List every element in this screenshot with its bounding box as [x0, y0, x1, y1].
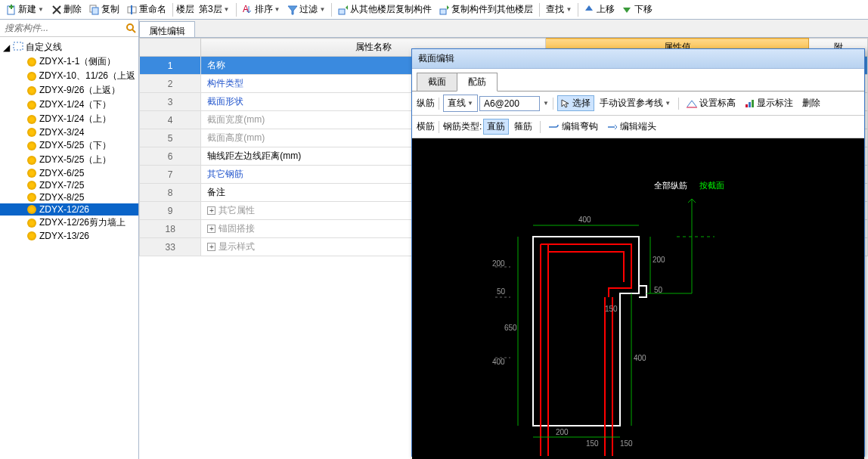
- row-number: 33: [140, 238, 201, 256]
- find-label: 查找: [546, 3, 564, 16]
- floor-label: 楼层: [176, 3, 194, 16]
- dim-200b: 200: [556, 428, 569, 436]
- tree-item-label: ZDYX-1/24（下）: [39, 98, 111, 111]
- floor-value: 第3层: [199, 3, 222, 16]
- expand-icon[interactable]: +: [207, 225, 215, 233]
- svg-rect-6: [92, 8, 98, 14]
- all-zongji-label: 全部纵筋: [654, 180, 687, 191]
- gear-icon: [27, 72, 36, 81]
- hook-icon: [548, 123, 559, 132]
- line-type-selector[interactable]: 直线 ▼: [443, 95, 478, 112]
- dialog-tabs: 截面 配筋: [412, 69, 864, 91]
- svg-rect-8: [131, 5, 132, 14]
- tree-item[interactable]: ZDYX-10、11/26（上返: [0, 69, 138, 83]
- rebar-spec-input[interactable]: A6@200: [479, 96, 540, 111]
- svg-rect-11: [440, 9, 446, 14]
- tree-item[interactable]: ZDYX-5/25（上）: [0, 153, 138, 167]
- tree-item[interactable]: ZDYX-3/24: [0, 126, 138, 138]
- svg-rect-14: [14, 42, 23, 50]
- select-button[interactable]: 选择: [557, 95, 594, 111]
- gear-icon: [27, 156, 36, 165]
- property-edit-tab[interactable]: 属性编辑: [139, 21, 195, 37]
- filter-label: 过滤: [299, 3, 318, 16]
- svg-rect-17: [749, 102, 751, 107]
- copy-to-button[interactable]: 复制构件到其他楼层: [436, 2, 536, 17]
- stirrup-button[interactable]: 箍筋: [510, 119, 536, 135]
- rename-button[interactable]: 重命名: [124, 2, 169, 17]
- copy-from-button[interactable]: 从其他楼层复制构件: [335, 2, 435, 17]
- tree-item[interactable]: ZDYX-13/26: [0, 230, 138, 242]
- rename-label: 重命名: [139, 3, 166, 16]
- cursor-icon: [561, 99, 570, 108]
- row-number: 3: [140, 93, 201, 111]
- tab-rebar[interactable]: 配筋: [457, 73, 498, 91]
- search-icon[interactable]: [123, 20, 138, 36]
- move-down-button[interactable]: 下移: [619, 2, 656, 17]
- gear-icon: [27, 193, 36, 202]
- expand-icon[interactable]: +: [207, 243, 215, 251]
- move-up-button[interactable]: 上移: [581, 2, 618, 17]
- by-section-label: 按截面: [699, 180, 724, 191]
- sort-icon: A: [243, 5, 253, 15]
- expand-icon[interactable]: +: [207, 206, 215, 215]
- tree-item[interactable]: ZDYX-12/26剪力墙上: [0, 216, 138, 230]
- delete-rebar-button[interactable]: 删除: [798, 95, 824, 111]
- tree-item[interactable]: ZDYX-1/24（下）: [0, 98, 138, 112]
- tree-item-label: ZDYX-7/25: [39, 180, 84, 191]
- tree-item[interactable]: ZDYX-8/25: [0, 191, 138, 203]
- gear-icon: [27, 205, 36, 214]
- refline-button[interactable]: 手动设置参考线 ▼: [596, 95, 674, 111]
- svg-line-13: [132, 29, 135, 33]
- annotation-icon: [745, 99, 754, 108]
- edit-end-button[interactable]: 编辑端头: [603, 119, 660, 135]
- delete-button[interactable]: 删除: [48, 2, 85, 17]
- component-tree-panel: ◢ 自定义线 ZDYX-1-1（侧面）ZDYX-10、11/26（上返ZDYX-…: [0, 20, 139, 459]
- copy-from-label: 从其他楼层复制构件: [350, 3, 432, 16]
- svg-rect-10: [339, 9, 345, 14]
- tree-item[interactable]: ZDYX-6/25: [0, 167, 138, 179]
- dialog-toolbar-1: 纵筋 直线 ▼ A6@200▼ 选择 手动设置参考线 ▼ 设置标高 显示标注 删…: [412, 91, 864, 116]
- tree-item-label: ZDYX-6/25: [39, 168, 84, 178]
- sort-button[interactable]: A排序▼: [240, 2, 284, 17]
- gear-icon: [27, 169, 36, 178]
- property-tabstrip: 属性编辑: [139, 20, 868, 38]
- tree-item-label: ZDYX-12/26剪力墙上: [39, 216, 126, 229]
- section-canvas[interactable]: 全部纵筋 按截面 400 200 50 200 50 650 400 400 1…: [412, 138, 864, 459]
- tree-item[interactable]: ZDYX-9/26（上返）: [0, 83, 138, 98]
- separator: [331, 3, 332, 17]
- copy-to-label: 复制构件到其他楼层: [451, 3, 533, 16]
- show-annotation-button[interactable]: 显示标注: [741, 95, 796, 111]
- straight-rebar-button[interactable]: 直筋: [483, 119, 509, 135]
- hengji-label: 横筋: [417, 120, 435, 133]
- new-label: 新建: [18, 3, 36, 16]
- gear-icon: [27, 181, 36, 190]
- tree-root-label: 自定义线: [26, 41, 62, 54]
- set-elevation-button[interactable]: 设置标高: [683, 95, 739, 111]
- tree-item-label: ZDYX-1/24（上）: [39, 113, 111, 126]
- sort-label: 排序: [255, 3, 273, 16]
- tree-item[interactable]: ZDYX-1-1（侧面）: [0, 54, 138, 69]
- row-number: 8: [140, 184, 201, 202]
- tree-item[interactable]: ZDYX-1/24（上）: [0, 112, 138, 126]
- svg-rect-2: [9, 6, 14, 8]
- row-number: 5: [140, 129, 201, 147]
- tree-root[interactable]: ◢ 自定义线: [0, 40, 138, 54]
- component-tree: ◢ 自定义线 ZDYX-1-1（侧面）ZDYX-10、11/26（上返ZDYX-…: [0, 37, 138, 459]
- tree-item[interactable]: ZDYX-5/25（下）: [0, 138, 138, 153]
- find-button[interactable]: 查找▼: [543, 2, 575, 17]
- copy-to-icon: [439, 5, 450, 15]
- tree-item[interactable]: ZDYX-7/25: [0, 179, 138, 191]
- tree-item[interactable]: ZDYX-12/26: [0, 203, 138, 216]
- elevation-icon: [687, 99, 697, 108]
- rebar-type-label: 钢筋类型:: [443, 120, 482, 133]
- edit-hook-button[interactable]: 编辑弯钩: [544, 119, 601, 135]
- dim-50: 50: [497, 287, 505, 296]
- search-input[interactable]: [0, 20, 123, 36]
- tab-section[interactable]: 截面: [417, 73, 457, 91]
- new-button[interactable]: 新建▼: [3, 2, 47, 17]
- svg-text:A: A: [243, 5, 249, 14]
- filter-button[interactable]: 过滤▼: [284, 2, 328, 17]
- floor-selector[interactable]: 第3层▼: [196, 2, 233, 17]
- copy-button[interactable]: 复制: [86, 2, 122, 17]
- tree-item-label: ZDYX-1-1（侧面）: [39, 55, 116, 68]
